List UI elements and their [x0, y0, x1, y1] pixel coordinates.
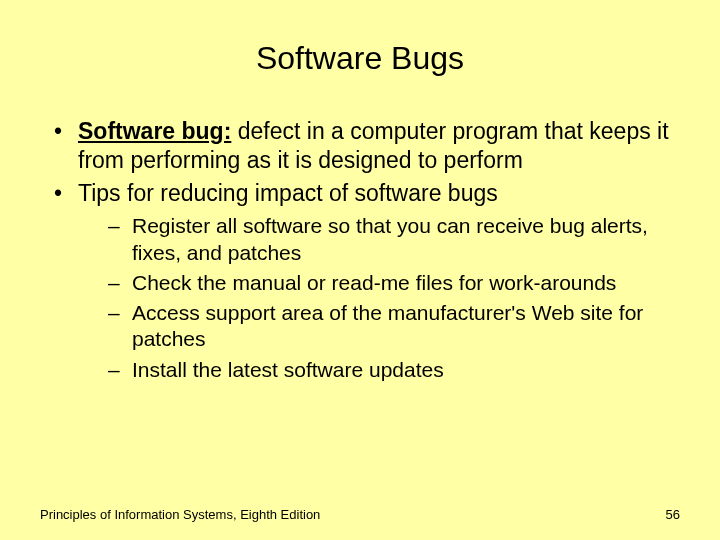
bullet-item-1: Software bug: defect in a computer progr… [50, 117, 680, 175]
sub-bullet-3: Access support area of the manufacturer'… [108, 300, 680, 353]
bullet-list: Software bug: defect in a computer progr… [50, 117, 680, 383]
term-software-bug: Software bug: [78, 118, 231, 144]
footer-source: Principles of Information Systems, Eight… [40, 507, 320, 522]
bullet-item-2-text: Tips for reducing impact of software bug… [78, 180, 498, 206]
sub-bullet-4: Install the latest software updates [108, 357, 680, 383]
sub-bullet-list: Register all software so that you can re… [108, 213, 680, 383]
footer: Principles of Information Systems, Eight… [40, 507, 680, 522]
sub-bullet-1: Register all software so that you can re… [108, 213, 680, 266]
bullet-item-2: Tips for reducing impact of software bug… [50, 179, 680, 383]
footer-page-number: 56 [666, 507, 680, 522]
sub-bullet-2: Check the manual or read-me files for wo… [108, 270, 680, 296]
slide: Software Bugs Software bug: defect in a … [0, 0, 720, 540]
slide-title: Software Bugs [40, 40, 680, 77]
